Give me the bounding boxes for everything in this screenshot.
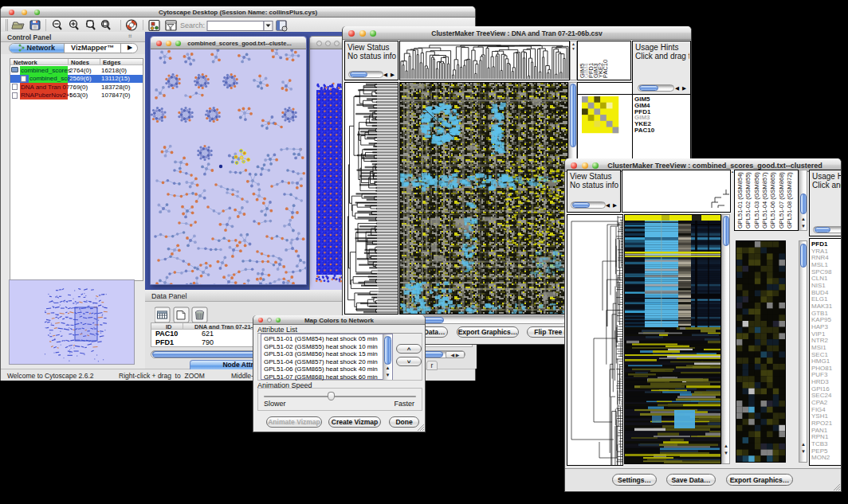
svg-text:GPL51-07 (GSM868): GPL51-07 (GSM868) xyxy=(778,172,785,229)
svg-text:GPL51-06 (GSM865): GPL51-06 (GSM865) xyxy=(769,172,776,229)
svg-text:GPL51-08 (GSM872): GPL51-08 (GSM872) xyxy=(786,172,793,229)
svg-text:GPL51-02 (GSM855): GPL51-02 (GSM855) xyxy=(744,172,752,229)
svg-text:PAC10: PAC10 xyxy=(602,60,609,78)
svg-text:GPL51-04 (GSM857): GPL51-04 (GSM857) xyxy=(761,172,768,229)
svg-text:Search:: Search: xyxy=(180,21,205,29)
svg-text:GPL51-03 (GSM856): GPL51-03 (GSM856) xyxy=(753,172,760,229)
svg-text:GPL51-01 (GSM854): GPL51-01 (GSM854) xyxy=(736,172,744,229)
